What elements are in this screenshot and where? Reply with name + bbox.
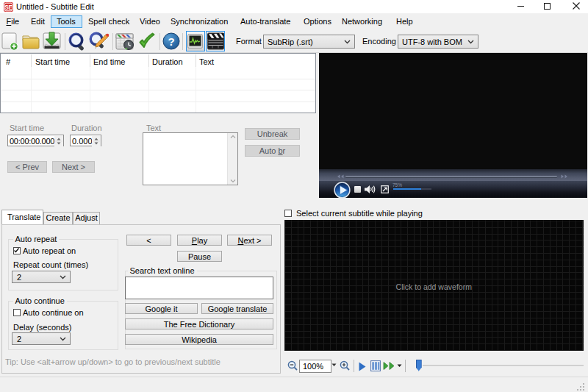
svg-text:SE: SE: [4, 4, 12, 11]
svg-text:?: ?: [168, 35, 174, 48]
